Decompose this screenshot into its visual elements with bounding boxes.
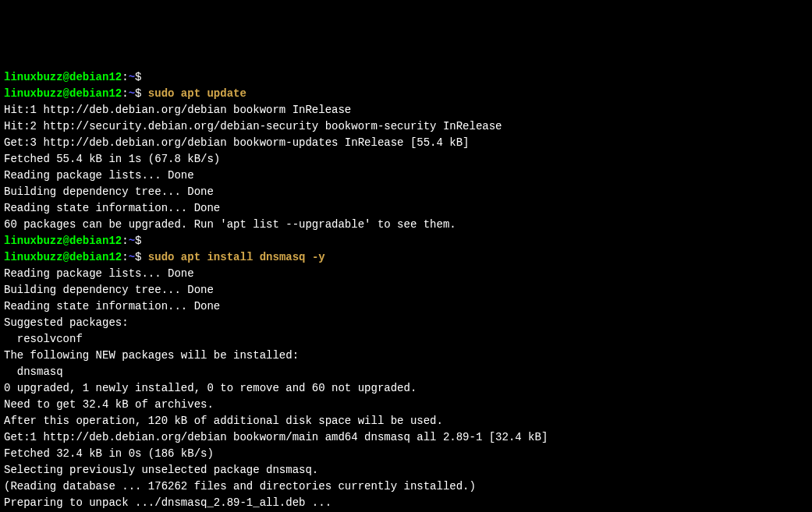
output-line: Reading package lists... Done — [4, 266, 808, 282]
output-line: 0 upgraded, 1 newly installed, 0 to remo… — [4, 380, 808, 397]
prompt-dollar: $ — [135, 251, 148, 263]
prompt-sep: : — [122, 71, 128, 83]
prompt-line: linuxbuzz@debian12:~$ sudo apt update — [4, 86, 808, 102]
prompt-path: ~ — [129, 71, 135, 83]
prompt-path: ~ — [129, 251, 135, 263]
output-line: Get:1 http://deb.debian.org/debian bookw… — [4, 429, 808, 446]
output-line: Fetched 32.4 kB in 0s (186 kB/s) — [4, 446, 808, 462]
output-line: Suggested packages: — [4, 315, 808, 331]
output-line: Building dependency tree... Done — [4, 184, 808, 200]
prompt-sep: : — [122, 251, 128, 263]
output-line: The following NEW packages will be insta… — [4, 348, 808, 364]
command-text: sudo apt update — [148, 87, 246, 100]
output-line: Get:3 http://deb.debian.org/debian bookw… — [4, 135, 808, 151]
output-line: Fetched 55.4 kB in 1s (67.8 kB/s) — [4, 151, 808, 168]
prompt-dollar: $ — [135, 235, 148, 247]
output-line: Hit:2 http://security.debian.org/debian-… — [4, 118, 808, 135]
prompt-dollar: $ — [135, 87, 148, 100]
prompt-line: linuxbuzz@debian12:~$ sudo apt install d… — [4, 249, 808, 266]
prompt-user: linuxbuzz@debian12 — [4, 251, 122, 263]
command-text: sudo apt install dnsmasq -y — [148, 251, 325, 263]
output-line: (Reading database ... 176262 files and d… — [4, 478, 808, 495]
output-line: Building dependency tree... Done — [4, 282, 808, 298]
prompt-path: ~ — [129, 235, 135, 247]
output-line: dnsmasq — [4, 364, 808, 380]
prompt-user: linuxbuzz@debian12 — [4, 87, 122, 100]
output-line: resolvconf — [4, 331, 808, 348]
prompt-line: linuxbuzz@debian12:~$ — [4, 233, 808, 249]
prompt-user: linuxbuzz@debian12 — [4, 71, 122, 83]
output-line: Preparing to unpack .../dnsmasq_2.89-1_a… — [4, 495, 808, 511]
prompt-line: linuxbuzz@debian12:~$ — [4, 69, 808, 86]
terminal[interactable]: linuxbuzz@debian12:~$ linuxbuzz@debian12… — [4, 69, 808, 512]
prompt-sep: : — [122, 235, 128, 247]
output-line: Reading state information... Done — [4, 298, 808, 315]
output-line: Reading package lists... Done — [4, 168, 808, 184]
output-line: Selecting previously unselected package … — [4, 462, 808, 478]
prompt-dollar: $ — [135, 71, 148, 83]
prompt-path: ~ — [129, 87, 135, 100]
output-line: Need to get 32.4 kB of archives. — [4, 397, 808, 413]
prompt-sep: : — [122, 87, 128, 100]
prompt-user: linuxbuzz@debian12 — [4, 235, 122, 247]
output-line: After this operation, 120 kB of addition… — [4, 413, 808, 429]
output-line: Reading state information... Done — [4, 200, 808, 217]
output-line: 60 packages can be upgraded. Run 'apt li… — [4, 217, 808, 233]
output-line: Hit:1 http://deb.debian.org/debian bookw… — [4, 102, 808, 118]
